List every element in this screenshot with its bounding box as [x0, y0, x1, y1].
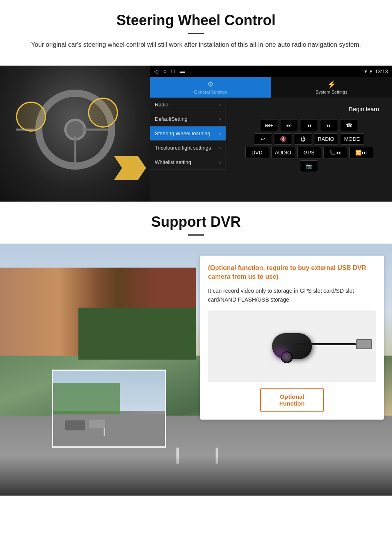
steering-content-area: ◁ ○ □ ▬ ▾ ▾ 13:13 ⚙ General Settings ⚡ S…	[0, 66, 392, 202]
menu-item-steering-wheel[interactable]: Steering Wheel learning ›	[150, 126, 226, 141]
btn-mute[interactable]: 🔇	[274, 133, 292, 145]
begin-learn-button[interactable]: Begin learn	[342, 103, 386, 115]
menu-item-default-setting[interactable]: DefaultSetting ›	[150, 112, 226, 126]
left-button-highlight	[16, 102, 46, 132]
control-row-1: ⏮+ ⏮- ⏮ ⏭ ☎	[228, 120, 390, 131]
btn-gps[interactable]: GPS	[297, 147, 321, 158]
steering-wheel-image	[0, 66, 150, 202]
android-menu-list: Radio › DefaultSetting › Steering Wheel …	[150, 98, 226, 174]
recent-icon[interactable]: □	[171, 68, 174, 74]
menu-icon[interactable]: ▬	[180, 68, 185, 74]
signal-icon: ▾	[364, 68, 367, 74]
tab-system-label: System Settings	[316, 90, 347, 94]
usb-connector	[356, 339, 372, 349]
dvr-camera-illustration	[208, 310, 376, 382]
btn-hangup[interactable]: ↩	[254, 133, 272, 145]
menu-item-tricoloured[interactable]: Tricoloured light settings ›	[150, 141, 226, 155]
menu-default-arrow: ›	[219, 116, 221, 122]
camera-body	[272, 333, 312, 359]
menu-tricoloured-label: Tricoloured light settings	[155, 145, 211, 151]
preview-car-1	[65, 420, 85, 430]
dashboard-overlay	[0, 456, 392, 496]
title-divider	[188, 33, 204, 34]
wifi-icon: ▾	[370, 68, 372, 74]
btn-vol-minus[interactable]: ⏮-	[280, 120, 298, 131]
begin-learn-row: Begin learn	[228, 100, 390, 118]
dvr-description: It can record video only to storage in G…	[208, 286, 376, 304]
dvr-preview-image	[52, 370, 166, 448]
btn-camera[interactable]: 📷	[300, 160, 318, 172]
dvr-preview-trees	[53, 383, 120, 415]
menu-item-whitelist[interactable]: Whitelist setting ›	[150, 155, 226, 170]
android-status-bar: ◁ ○ □ ▬ ▾ ▾ 13:13	[150, 66, 392, 77]
yellow-arrow	[114, 156, 146, 182]
btn-prev[interactable]: ⏮	[300, 120, 318, 131]
menu-steering-label: Steering Wheel learning	[155, 130, 210, 136]
optional-function-button[interactable]: Optional Function	[260, 388, 324, 412]
btn-vol-plus[interactable]: ⏮+	[260, 120, 278, 131]
dvr-title: Support DVR	[16, 214, 376, 230]
menu-default-label: DefaultSetting	[155, 116, 188, 122]
dvr-divider	[188, 234, 204, 236]
dvr-title-area: Support DVR	[0, 202, 392, 244]
menu-whitelist-arrow: ›	[219, 160, 221, 165]
time-display: 13:13	[375, 68, 388, 74]
control-row-2: ↩ 🔇 ⏻ RADIO MODE	[228, 133, 390, 145]
control-row-4: 📷	[228, 160, 390, 172]
menu-whitelist-label: Whitelist setting	[155, 159, 191, 165]
menu-radio-label: Radio	[155, 102, 168, 108]
subtitle-text: Your original car's steering wheel contr…	[24, 40, 368, 50]
btn-phone[interactable]: ☎	[340, 120, 358, 131]
dvr-section: Support DVR	[0, 202, 392, 496]
camera-assembly	[272, 333, 312, 359]
menu-steering-arrow: ›	[219, 131, 221, 136]
camera-glow	[274, 349, 288, 357]
btn-phone-prev[interactable]: 📞⏮	[323, 147, 347, 158]
btn-power[interactable]: ⏻	[294, 133, 312, 145]
control-row-3: DVD AUDIO GPS 📞⏮ 🔀⏭	[228, 147, 390, 158]
optional-note: (Optional function, require to buy exter…	[208, 264, 376, 282]
dvr-background-scene: (Optional function, require to buy exter…	[0, 244, 392, 496]
camera-cable	[296, 343, 356, 345]
right-button-highlight	[88, 98, 118, 128]
android-ui-panel: ◁ ○ □ ▬ ▾ ▾ 13:13 ⚙ General Settings ⚡ S…	[150, 66, 392, 202]
steering-wheel-section: Steering Wheel Control Your original car…	[0, 0, 392, 66]
settings-icon: ⚙	[207, 80, 214, 89]
system-icon: ⚡	[327, 80, 336, 89]
menu-item-radio[interactable]: Radio ›	[150, 98, 226, 112]
menu-radio-arrow: ›	[219, 102, 221, 108]
tab-general-label: General Settings	[194, 90, 227, 94]
btn-next[interactable]: ⏭	[320, 120, 338, 131]
back-icon[interactable]: ◁	[154, 68, 158, 74]
btn-audio[interactable]: AUDIO	[271, 147, 295, 158]
preview-car-2	[89, 420, 105, 428]
menu-tricoloured-arrow: ›	[219, 145, 221, 151]
android-tabs: ⚙ General Settings ⚡ System Settings	[150, 77, 392, 98]
page-title: Steering Wheel Control	[16, 12, 376, 29]
android-right-controls: Begin learn ⏮+ ⏮- ⏮ ⏭ ☎ ↩ 🔇 ⏻ RADIO MODE	[226, 98, 392, 174]
tab-general-settings[interactable]: ⚙ General Settings	[150, 77, 271, 98]
btn-mode[interactable]: MODE	[340, 133, 364, 145]
dvr-preview-road	[53, 414, 165, 446]
status-icons: ▾ ▾ 13:13	[364, 68, 388, 74]
btn-radio[interactable]: RADIO	[314, 133, 338, 145]
btn-shuffle-next[interactable]: 🔀⏭	[349, 147, 373, 158]
steering-wheel-bg	[0, 66, 150, 202]
dvr-info-card: (Optional function, require to buy exter…	[200, 256, 384, 420]
dvr-trees	[78, 308, 196, 360]
nav-icons: ◁ ○ □ ▬	[154, 68, 185, 74]
home-icon[interactable]: ○	[163, 68, 166, 74]
btn-dvd[interactable]: DVD	[245, 147, 269, 158]
android-menu-controls: Radio › DefaultSetting › Steering Wheel …	[150, 98, 392, 174]
tab-system-settings[interactable]: ⚡ System Settings	[271, 77, 392, 98]
